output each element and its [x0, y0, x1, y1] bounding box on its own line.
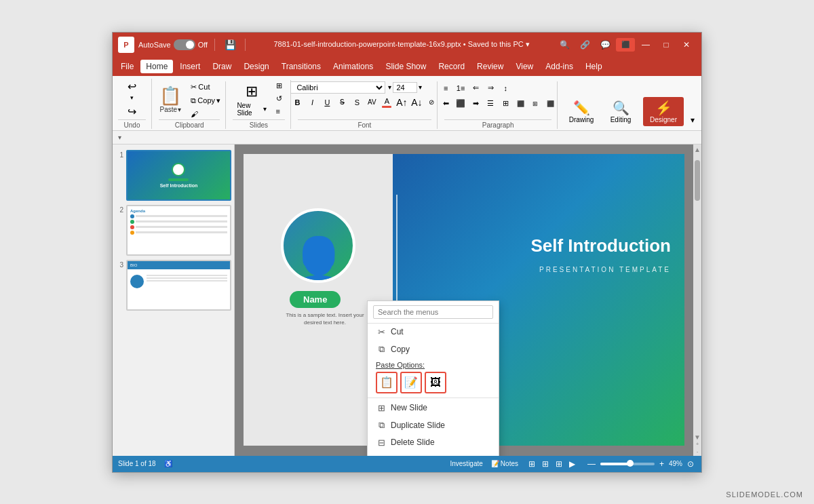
- indent-decrease-btn[interactable]: ⇐: [469, 81, 482, 95]
- increase-font-btn[interactable]: A↑: [395, 96, 408, 109]
- menu-animations[interactable]: Animations: [328, 60, 379, 73]
- underline-btn[interactable]: U: [320, 96, 334, 109]
- columns-btn[interactable]: ⊞: [499, 97, 512, 111]
- delete-icon: ⊟: [376, 438, 387, 448]
- bold-btn[interactable]: B: [290, 96, 304, 109]
- section-btn[interactable]: ≡: [273, 106, 285, 117]
- char-spacing-btn[interactable]: AV: [365, 96, 379, 109]
- ribbon: ↩ ▾ ↪ Undo 📋 Paste▾ ✂Cut ⧉Copy▾ 🖌: [113, 76, 701, 131]
- menu-record[interactable]: Record: [433, 60, 470, 73]
- format-painter-btn[interactable]: 🖌: [188, 109, 223, 119]
- font-color-btn[interactable]: A: [380, 96, 393, 109]
- align-justify-btn[interactable]: ☰: [484, 97, 497, 111]
- paste-image-btn[interactable]: 🖼: [425, 372, 446, 393]
- ctx-duplicate[interactable]: ⧉ Duplicate Slide: [368, 416, 499, 434]
- clear-format-btn[interactable]: ⊘: [425, 96, 438, 109]
- slide3-thumb: BIO: [128, 261, 230, 309]
- notes-btn[interactable]: 📝 Notes: [491, 460, 518, 467]
- close-btn[interactable]: ✕: [677, 38, 696, 52]
- context-menu-search-input[interactable]: [373, 305, 493, 319]
- menu-design[interactable]: Design: [238, 60, 274, 73]
- restore-btn[interactable]: □: [657, 38, 676, 52]
- slides-label: Slides: [233, 119, 284, 129]
- font-size-input[interactable]: [393, 82, 417, 93]
- zoom-scroll-up[interactable]: +: [696, 441, 699, 447]
- zoom-out-btn[interactable]: —: [585, 459, 598, 469]
- zoom-in-btn[interactable]: +: [657, 459, 666, 469]
- smart-convert-btn[interactable]: ⬛: [543, 97, 557, 111]
- paste-merge-btn[interactable]: 📝: [400, 372, 422, 393]
- bullets-btn[interactable]: ≡: [439, 81, 452, 95]
- menu-review[interactable]: Review: [471, 60, 509, 73]
- scroll-down-btn[interactable]: ▼: [694, 433, 701, 441]
- investigate-label[interactable]: Investigate: [450, 460, 482, 467]
- decrease-font-btn[interactable]: A↓: [410, 96, 423, 109]
- redo-btn[interactable]: ↪: [125, 104, 139, 119]
- copy-label: Copy: [391, 345, 410, 354]
- comment-btn[interactable]: 💬: [596, 38, 615, 52]
- paste-icon: 📋: [159, 87, 181, 104]
- copy-btn[interactable]: ⧉Copy▾: [188, 95, 223, 106]
- editing-btn[interactable]: 🔍 Editing: [604, 97, 638, 126]
- ctx-delete[interactable]: ⊟ Delete Slide: [368, 434, 499, 451]
- right-scrollbar[interactable]: ▲ ▼ + -: [693, 144, 701, 456]
- ctx-cut[interactable]: ✂ Cut: [368, 324, 499, 341]
- ribbon-expand-btn[interactable]: ▾: [689, 114, 696, 126]
- menu-transitions[interactable]: Transitions: [276, 60, 326, 73]
- vert-align-btn[interactable]: ⊞: [528, 97, 542, 111]
- text-dir-btn[interactable]: ⬛: [513, 97, 527, 111]
- numbering-btn[interactable]: 1≡: [454, 81, 467, 95]
- layout-btn[interactable]: ⊞: [273, 80, 285, 92]
- scroll-thumb[interactable]: [695, 160, 700, 201]
- zoom-scroll-down[interactable]: -: [697, 448, 699, 454]
- save-icon[interactable]: 💾: [222, 37, 238, 53]
- menu-view[interactable]: View: [510, 60, 539, 73]
- search-title-btn[interactable]: 🔍: [555, 38, 574, 52]
- slide-sorter-btn[interactable]: ⊞: [540, 459, 551, 469]
- align-center-btn[interactable]: ⬛: [454, 97, 467, 111]
- menu-help[interactable]: Help: [580, 60, 608, 73]
- account-btn[interactable]: ⬛: [616, 38, 635, 52]
- align-right-btn[interactable]: ➡: [469, 97, 482, 111]
- font-family-select[interactable]: Calibri: [290, 81, 385, 94]
- app-window: P AutoSave Off 💾 7881-01-self-introducti…: [112, 32, 702, 473]
- undo-label: Undo: [118, 119, 146, 129]
- new-slide-btn[interactable]: ⊞ New Slide▾: [233, 80, 270, 119]
- ctx-copy[interactable]: ⧉ Copy: [368, 341, 499, 358]
- menu-file[interactable]: File: [115, 60, 139, 73]
- menu-addins[interactable]: Add-ins: [540, 60, 579, 73]
- slide-thumb-3[interactable]: 3 BIO: [115, 260, 231, 311]
- cut-btn[interactable]: ✂Cut: [188, 81, 223, 93]
- zoom-slider[interactable]: [600, 463, 655, 465]
- scroll-up-btn[interactable]: ▲: [694, 146, 701, 153]
- reset-slide-btn[interactable]: ↺: [273, 93, 285, 104]
- shadow-btn[interactable]: S: [350, 96, 364, 109]
- drawing-btn[interactable]: ✏️ Drawing: [564, 97, 598, 126]
- menu-insert[interactable]: Insert: [174, 60, 206, 73]
- minimize-btn[interactable]: —: [636, 38, 655, 52]
- ctx-add-section[interactable]: ≡ Add Section: [368, 451, 499, 456]
- indent-increase-btn[interactable]: ⇒: [484, 81, 497, 95]
- designer-btn[interactable]: ⚡ Designer: [643, 97, 684, 126]
- normal-view-btn[interactable]: ⊞: [526, 459, 537, 469]
- menu-slideshow[interactable]: Slide Show: [380, 60, 431, 73]
- fit-to-window-btn[interactable]: ⊙: [685, 459, 696, 469]
- slideshow-btn[interactable]: ▶: [567, 459, 577, 469]
- menu-draw[interactable]: Draw: [207, 60, 237, 73]
- line-spacing-btn[interactable]: ↕: [499, 81, 512, 95]
- paste-btn[interactable]: 📋 Paste▾: [155, 84, 185, 116]
- reading-view-btn[interactable]: ⊞: [554, 459, 564, 469]
- menu-home[interactable]: Home: [140, 60, 173, 73]
- slide-thumb-1[interactable]: 1 Self Introduction: [115, 150, 231, 201]
- share-btn[interactable]: 🔗: [575, 38, 594, 52]
- main-area: 1 Self Introduction 2 Agenda: [113, 144, 701, 456]
- paste-keep-formatting-btn[interactable]: 📋: [376, 372, 398, 393]
- align-left-btn[interactable]: ⬅: [439, 97, 452, 111]
- ctx-separator-1: [368, 398, 499, 398]
- italic-btn[interactable]: I: [305, 96, 319, 109]
- ctx-new-slide[interactable]: ⊞ New Slide: [368, 400, 499, 416]
- slide-thumb-2[interactable]: 2 Agenda: [115, 205, 231, 256]
- undo-btn[interactable]: ↩ ▾: [125, 79, 139, 102]
- strikethrough-btn[interactable]: S̶: [335, 96, 349, 109]
- autosave-toggle[interactable]: [174, 39, 195, 50]
